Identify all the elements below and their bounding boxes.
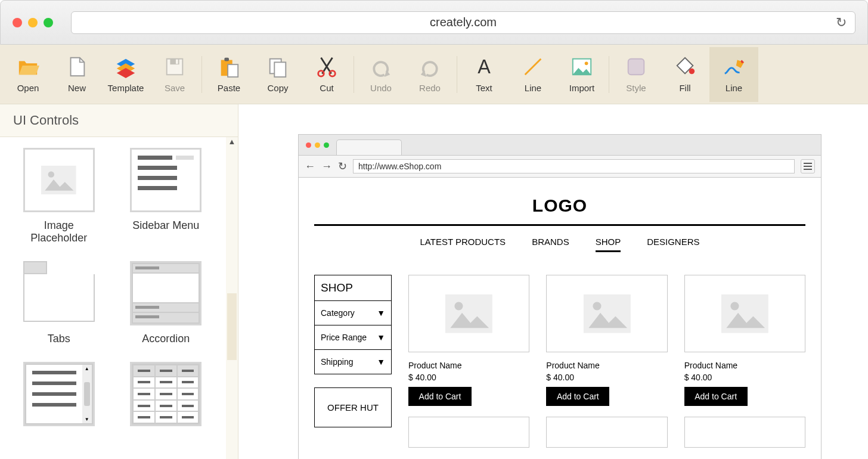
reload-icon[interactable]: ↻ bbox=[338, 160, 347, 173]
mockup-nav-item[interactable]: DESIGNERS bbox=[647, 237, 699, 252]
add-to-cart-button[interactable]: Add to Cart bbox=[546, 387, 609, 406]
line-button[interactable]: Line bbox=[709, 47, 758, 102]
mockup-product-grid: Product Name$ 40.00Add to CartProduct Na… bbox=[408, 275, 805, 448]
save-button[interactable]: Save bbox=[150, 47, 199, 102]
hamburger-icon[interactable] bbox=[801, 159, 815, 173]
undo-button[interactable]: Undo bbox=[356, 47, 405, 102]
svg-line-11 bbox=[525, 59, 541, 75]
forward-icon[interactable]: → bbox=[321, 160, 332, 173]
mockup-nav-item[interactable]: BRANDS bbox=[532, 237, 569, 252]
product-card[interactable] bbox=[684, 417, 805, 448]
cut-button[interactable]: Cut bbox=[302, 47, 351, 102]
shape-sidebar-menu[interactable]: Sidebar Menu bbox=[116, 148, 217, 244]
style-icon bbox=[625, 55, 647, 78]
tool-label: Fill bbox=[679, 83, 690, 93]
shape-list[interactable]: ▲▼ bbox=[8, 362, 110, 426]
tool-label: Paste bbox=[218, 83, 240, 93]
shape-tabs[interactable]: Tabs bbox=[8, 261, 110, 345]
shapes-panel: ImagePlaceholderSidebar MenuTabsAccordio… bbox=[0, 137, 238, 459]
cut-icon bbox=[315, 55, 338, 78]
redo-icon bbox=[418, 55, 441, 78]
redo-button[interactable]: Redo bbox=[405, 47, 454, 102]
product-name: Product Name bbox=[408, 361, 529, 370]
text-button[interactable]: AText bbox=[460, 47, 509, 102]
paste-button[interactable]: Paste bbox=[204, 47, 253, 102]
product-image-placeholder bbox=[408, 275, 529, 352]
svg-point-23 bbox=[730, 302, 739, 310]
svg-rect-7 bbox=[274, 62, 286, 77]
shape-label: Sidebar Menu bbox=[132, 219, 199, 232]
mockup-url-field[interactable]: http://www.eShop.com bbox=[353, 159, 795, 173]
shape-label: ImagePlaceholder bbox=[30, 219, 87, 244]
shape-accordion[interactable]: Accordion bbox=[116, 261, 217, 345]
back-icon[interactable]: ← bbox=[305, 160, 315, 173]
chevron-down-icon: ▼ bbox=[377, 357, 385, 367]
template-icon bbox=[114, 55, 137, 78]
mockup-navbar: LATEST PRODUCTSBRANDSSHOPDESIGNERS bbox=[314, 226, 805, 257]
product-card[interactable]: Product Name$ 40.00Add to Cart bbox=[408, 275, 529, 406]
app-toolbar: OpenNewTemplateSavePasteCopyCutUndoRedoA… bbox=[0, 45, 868, 104]
style-button[interactable]: Style bbox=[612, 47, 661, 102]
mockup-nav-item[interactable]: LATEST PRODUCTS bbox=[420, 237, 506, 252]
mockup-nav-item[interactable]: SHOP bbox=[596, 237, 621, 252]
mac-zoom-button[interactable] bbox=[44, 18, 53, 27]
new-button[interactable]: New bbox=[52, 47, 101, 102]
mockup-browser-window[interactable]: ← → ↻ http://www.eShop.com LOGO LATEST P… bbox=[298, 134, 822, 459]
product-price: $ 40.00 bbox=[684, 373, 805, 382]
mac-address-bar[interactable]: creately.com ↻ bbox=[71, 11, 855, 34]
import-icon bbox=[571, 55, 593, 78]
filter-row[interactable]: Price Range▼ bbox=[315, 325, 391, 350]
fill-button[interactable]: Fill bbox=[661, 47, 709, 102]
tool-label: Line bbox=[525, 83, 541, 93]
tool-label: Redo bbox=[419, 83, 441, 93]
copy-button[interactable]: Copy bbox=[253, 47, 302, 102]
line-tool-button[interactable]: Line bbox=[509, 47, 557, 102]
chevron-down-icon: ▼ bbox=[377, 333, 385, 342]
shape-thumb bbox=[23, 261, 95, 325]
sidebar-scrollbar[interactable]: ▲ bbox=[226, 137, 238, 459]
product-card[interactable]: Product Name$ 40.00Add to Cart bbox=[546, 275, 667, 406]
shape-image-placeholder[interactable]: ImagePlaceholder bbox=[8, 148, 110, 244]
open-icon bbox=[17, 55, 39, 78]
product-card[interactable] bbox=[408, 417, 529, 448]
tool-label: Cut bbox=[320, 83, 333, 93]
open-button[interactable]: Open bbox=[4, 47, 52, 102]
new-icon bbox=[66, 55, 88, 78]
shapes-sidebar: UI Controls ImagePlaceholderSidebar Menu… bbox=[0, 104, 238, 459]
mockup-page: LOGO LATEST PRODUCTSBRANDSSHOPDESIGNERS … bbox=[299, 178, 821, 459]
mockup-filter-sidebar: SHOP Category▼Price Range▼Shipping▼ OFFE… bbox=[314, 275, 392, 448]
filter-row[interactable]: Category▼ bbox=[315, 301, 391, 325]
sidebar-title: UI Controls bbox=[0, 104, 238, 137]
chevron-down-icon: ▼ bbox=[377, 308, 385, 318]
shape-table[interactable] bbox=[116, 362, 217, 426]
add-to-cart-button[interactable]: Add to Cart bbox=[408, 387, 472, 406]
mac-browser-titlebar: creately.com ↻ bbox=[0, 0, 868, 45]
mac-close-button[interactable] bbox=[13, 18, 22, 27]
editor-canvas[interactable]: ← → ↻ http://www.eShop.com LOGO LATEST P… bbox=[238, 104, 868, 459]
product-name: Product Name bbox=[684, 361, 805, 370]
product-card[interactable] bbox=[546, 417, 667, 448]
svg-point-9 bbox=[330, 71, 336, 76]
shape-thumb bbox=[130, 261, 202, 325]
scroll-up-icon[interactable]: ▲ bbox=[226, 137, 238, 146]
mac-minimize-button[interactable] bbox=[28, 18, 38, 27]
shape-thumb: ▲▼ bbox=[23, 362, 95, 426]
tool-label: Line bbox=[726, 83, 742, 93]
shape-thumb bbox=[130, 148, 202, 212]
shape-label: Accordion bbox=[142, 333, 190, 345]
add-to-cart-button[interactable]: Add to Cart bbox=[684, 387, 748, 406]
shape-label: Tabs bbox=[48, 333, 70, 345]
tool-label: New bbox=[68, 83, 86, 93]
import-button[interactable]: Import bbox=[557, 47, 606, 102]
product-card[interactable]: Product Name$ 40.00Add to Cart bbox=[684, 275, 805, 406]
refresh-icon[interactable]: ↻ bbox=[836, 15, 847, 30]
shape-thumb bbox=[23, 148, 95, 212]
undo-icon bbox=[370, 55, 392, 78]
text-icon: A bbox=[473, 55, 495, 78]
template-button[interactable]: Template bbox=[101, 47, 150, 102]
mockup-tab[interactable] bbox=[336, 139, 402, 155]
offer-box: OFFER HUT bbox=[314, 387, 392, 427]
filter-row[interactable]: Shipping▼ bbox=[315, 350, 391, 374]
scroll-thumb[interactable] bbox=[227, 293, 237, 360]
mac-url-text: creately.com bbox=[430, 15, 497, 29]
